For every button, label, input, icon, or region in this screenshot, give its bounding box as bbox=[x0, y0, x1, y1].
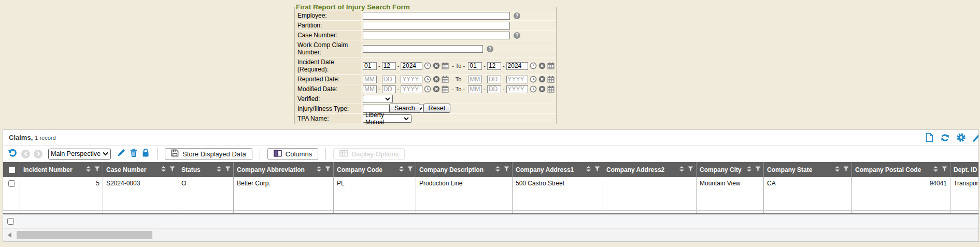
column-header[interactable]: Company City bbox=[697, 162, 764, 177]
sort-icon[interactable] bbox=[586, 166, 591, 173]
sort-icon[interactable] bbox=[161, 166, 166, 173]
reported-to-month-input[interactable] bbox=[468, 76, 482, 83]
settings-gear-icon[interactable] bbox=[956, 133, 966, 142]
scrollbar-thumb[interactable] bbox=[17, 231, 152, 239]
columns-button[interactable]: Columns bbox=[267, 148, 318, 160]
clear-date-icon[interactable] bbox=[433, 85, 440, 93]
clear-date-icon[interactable] bbox=[538, 76, 546, 83]
filter-funnel-icon[interactable] bbox=[407, 166, 413, 173]
reported-from-month-input[interactable] bbox=[363, 76, 377, 83]
incident-to-day-input[interactable] bbox=[487, 62, 501, 70]
column-header[interactable]: Status bbox=[178, 162, 234, 177]
filter-funnel-icon[interactable] bbox=[688, 166, 693, 173]
column-header[interactable]: Incident Number bbox=[20, 162, 103, 177]
clear-date-icon[interactable] bbox=[433, 76, 440, 83]
incident-to-month-input[interactable] bbox=[468, 62, 482, 70]
column-header[interactable]: Company Abbreviation bbox=[234, 162, 334, 177]
help-icon[interactable]: ? bbox=[514, 32, 520, 39]
calendar-icon[interactable] bbox=[442, 76, 449, 83]
sort-icon[interactable] bbox=[399, 166, 404, 173]
clock-icon[interactable] bbox=[530, 85, 537, 93]
sort-icon[interactable] bbox=[835, 166, 840, 173]
select-all-checkbox[interactable] bbox=[9, 167, 15, 173]
clock-icon[interactable] bbox=[424, 85, 431, 93]
sort-icon[interactable] bbox=[933, 166, 938, 173]
store-displayed-data-button[interactable]: Store Displayed Data bbox=[165, 148, 252, 160]
help-icon[interactable]: ? bbox=[487, 46, 493, 52]
sort-icon[interactable] bbox=[747, 166, 751, 173]
scroll-left-arrow-icon[interactable] bbox=[8, 233, 11, 238]
clock-icon[interactable] bbox=[530, 76, 537, 83]
column-header[interactable]: Dept. ID bbox=[950, 162, 978, 177]
column-header[interactable]: Case Number bbox=[103, 162, 178, 177]
row-checkbox[interactable] bbox=[8, 180, 15, 187]
filter-funnel-icon[interactable] bbox=[169, 166, 175, 173]
edit-pencil-icon[interactable] bbox=[117, 148, 126, 159]
modified-to-day-input[interactable] bbox=[487, 85, 501, 93]
delete-trash-icon[interactable] bbox=[130, 148, 138, 159]
partition-input[interactable] bbox=[363, 22, 510, 30]
filter-funnel-icon[interactable] bbox=[504, 166, 509, 173]
filter-funnel-icon[interactable] bbox=[843, 166, 849, 173]
calendar-icon[interactable] bbox=[547, 85, 555, 93]
calendar-icon[interactable] bbox=[547, 62, 555, 69]
modified-from-year-input[interactable] bbox=[401, 85, 422, 93]
modified-to-year-input[interactable] bbox=[506, 85, 528, 93]
search-button[interactable]: Search bbox=[389, 104, 420, 113]
clear-date-icon[interactable] bbox=[433, 62, 440, 69]
modified-from-day-input[interactable] bbox=[382, 85, 396, 93]
reported-to-day-input[interactable] bbox=[487, 76, 501, 83]
column-header[interactable]: Company Postal Code bbox=[852, 162, 950, 177]
lock-icon[interactable] bbox=[141, 148, 150, 159]
column-header[interactable]: Company Code bbox=[334, 162, 416, 177]
filter-funnel-icon[interactable] bbox=[94, 166, 100, 173]
calendar-icon[interactable] bbox=[442, 62, 449, 69]
sort-icon[interactable] bbox=[86, 166, 91, 173]
perspective-select[interactable]: Main Perspective bbox=[48, 149, 111, 159]
modified-to-month-input[interactable] bbox=[468, 85, 482, 93]
modified-from-month-input[interactable] bbox=[363, 85, 377, 93]
filter-funnel-icon[interactable] bbox=[755, 166, 761, 173]
filter-funnel-icon[interactable] bbox=[225, 166, 231, 173]
incident-from-year-input[interactable] bbox=[401, 62, 422, 70]
filter-funnel-icon[interactable] bbox=[942, 166, 947, 173]
column-header[interactable]: Company Address2 bbox=[603, 162, 697, 177]
clear-date-icon[interactable] bbox=[538, 85, 546, 93]
new-document-icon[interactable] bbox=[925, 133, 934, 142]
help-icon[interactable]: ? bbox=[514, 12, 520, 19]
incident-from-month-input[interactable] bbox=[363, 62, 377, 70]
column-header[interactable]: Company Description bbox=[416, 162, 513, 177]
column-header[interactable]: Company Address1 bbox=[513, 162, 603, 177]
sort-icon[interactable] bbox=[217, 166, 221, 173]
clock-icon[interactable] bbox=[424, 62, 431, 69]
sort-icon[interactable] bbox=[317, 166, 321, 173]
reset-button[interactable]: Reset bbox=[423, 104, 451, 113]
calendar-icon[interactable] bbox=[547, 76, 555, 83]
clock-icon[interactable] bbox=[424, 76, 431, 83]
incident-to-year-input[interactable] bbox=[506, 62, 528, 70]
reported-to-year-input[interactable] bbox=[506, 76, 528, 83]
footer-checkbox[interactable] bbox=[7, 218, 14, 225]
undo-icon[interactable] bbox=[7, 148, 18, 160]
incident-from-day-input[interactable] bbox=[382, 62, 396, 70]
reported-from-day-input[interactable] bbox=[382, 76, 396, 83]
sort-icon[interactable] bbox=[679, 166, 684, 173]
wrench-icon[interactable] bbox=[972, 133, 979, 142]
calendar-icon[interactable] bbox=[442, 85, 449, 93]
employee-input[interactable] bbox=[363, 12, 510, 20]
previous-page-icon[interactable] bbox=[21, 150, 30, 158]
work-comp-input[interactable] bbox=[363, 45, 483, 53]
refresh-icon[interactable] bbox=[940, 133, 950, 142]
tpa-name-select[interactable]: Liberty Mutual bbox=[363, 114, 411, 123]
filter-funnel-icon[interactable] bbox=[325, 166, 331, 173]
next-page-icon[interactable] bbox=[34, 150, 42, 158]
sort-icon[interactable] bbox=[495, 166, 500, 173]
reported-from-year-input[interactable] bbox=[401, 76, 422, 83]
verified-select[interactable] bbox=[363, 95, 393, 103]
column-header[interactable]: Company State bbox=[764, 162, 852, 177]
horizontal-scrollbar[interactable] bbox=[3, 229, 978, 241]
clear-date-icon[interactable] bbox=[538, 62, 546, 69]
case-number-input[interactable] bbox=[363, 32, 510, 39]
clock-icon[interactable] bbox=[530, 62, 537, 69]
filter-funnel-icon[interactable] bbox=[594, 166, 600, 173]
